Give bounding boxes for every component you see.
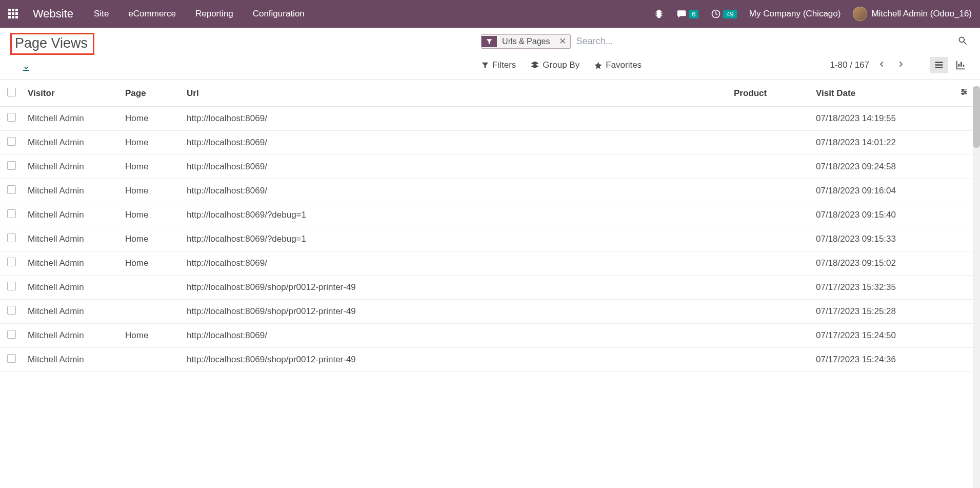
row-checkbox[interactable] [7,282,16,290]
cell-url: http://localhost:8069/shop/pr0012-printe… [182,348,729,372]
svg-rect-6 [8,16,11,18]
table-row[interactable]: Mitchell AdminHomehttp://localhost:8069/… [0,179,980,203]
pager-prev[interactable] [876,58,888,72]
cell-page: Home [120,107,182,131]
cell-page: Home [120,227,182,251]
cell-date: 07/17/2023 15:25:28 [811,300,954,324]
activities-badge: 49 [723,10,736,18]
svg-rect-7 [12,16,14,18]
row-checkbox[interactable] [7,354,16,363]
table-row[interactable]: Mitchell AdminHomehttp://localhost:8069/… [0,324,980,348]
menu-site[interactable]: Site [94,9,109,19]
table-row[interactable]: Mitchell Adminhttp://localhost:8069/shop… [0,300,980,324]
graph-view-button[interactable] [951,57,970,73]
groupby-label: Group By [543,60,579,70]
table-row[interactable]: Mitchell Adminhttp://localhost:8069/shop… [0,276,980,300]
table-row[interactable]: Mitchell AdminHomehttp://localhost:8069/… [0,131,980,155]
svg-line-11 [964,42,967,45]
control-panel: Page Views Urls & Pages ✕ Filters [0,28,980,80]
cell-url: http://localhost:8069/ [182,179,729,203]
search-facet: Urls & Pages ✕ [481,34,571,49]
table-row[interactable]: Mitchell AdminHomehttp://localhost:8069/… [0,203,980,227]
search-input[interactable] [571,33,955,50]
cell-page: Home [120,203,182,227]
row-checkbox[interactable] [7,233,16,242]
cell-visitor: Mitchell Admin [23,179,120,203]
app-brand[interactable]: Website [33,7,73,21]
table-row[interactable]: Mitchell AdminHomehttp://localhost:8069/… [0,155,980,179]
svg-rect-14 [935,67,943,68]
cell-date: 07/18/2023 09:15:40 [811,203,954,227]
avatar-icon [853,7,867,21]
select-all-checkbox[interactable] [7,88,16,96]
col-url[interactable]: Url [182,80,729,107]
navbar-right: 6 49 My Company (Chicago) Mitchell Admin… [654,7,972,21]
favorites-button[interactable]: Favorites [594,60,642,70]
row-checkbox[interactable] [7,185,16,194]
facet-remove[interactable]: ✕ [555,36,570,47]
debug-icon[interactable] [654,9,664,19]
cell-product [729,227,811,251]
apps-icon[interactable] [8,9,18,19]
list-view-button[interactable] [930,57,948,73]
row-checkbox[interactable] [7,209,16,218]
cell-visitor: Mitchell Admin [23,251,120,276]
search-icon[interactable] [955,33,970,49]
cell-visitor: Mitchell Admin [23,107,120,131]
cell-date: 07/18/2023 14:19:55 [811,107,954,131]
table-row[interactable]: Mitchell AdminHomehttp://localhost:8069/… [0,107,980,131]
svg-point-10 [959,37,964,42]
row-checkbox[interactable] [7,113,16,122]
table-row[interactable]: Mitchell AdminHomehttp://localhost:8069/… [0,251,980,276]
list-view: Visitor Page Url Product Visit Date Mitc… [0,80,980,481]
col-page[interactable]: Page [120,80,182,107]
messages-icon[interactable]: 6 [676,9,698,19]
company-selector[interactable]: My Company (Chicago) [749,9,841,19]
cell-product [729,300,811,324]
options-icon[interactable] [959,89,969,99]
menu-reporting[interactable]: Reporting [195,9,233,19]
cell-date: 07/18/2023 14:01:22 [811,131,954,155]
cell-page [120,276,182,300]
svg-rect-13 [935,64,943,66]
cell-page: Home [120,155,182,179]
cell-date: 07/18/2023 09:15:02 [811,251,954,276]
activities-icon[interactable]: 49 [711,9,736,19]
svg-rect-4 [12,12,14,15]
row-checkbox[interactable] [7,137,16,146]
svg-rect-12 [935,62,943,63]
cell-visitor: Mitchell Admin [23,276,120,300]
cell-page: Home [120,179,182,203]
cell-page [120,300,182,324]
menu-ecommerce[interactable]: eCommerce [128,9,176,19]
row-checkbox[interactable] [7,330,16,339]
favorites-label: Favorites [606,60,642,70]
user-menu[interactable]: Mitchell Admin (Odoo_16) [853,7,972,21]
table-row[interactable]: Mitchell AdminHomehttp://localhost:8069/… [0,227,980,251]
groupby-button[interactable]: Group By [530,60,579,70]
table-row[interactable]: Mitchell Adminhttp://localhost:8069/shop… [0,348,980,372]
cell-url: http://localhost:8069/?debug=1 [182,203,729,227]
col-product[interactable]: Product [729,80,811,107]
cell-url: http://localhost:8069/shop/pr0012-printe… [182,276,729,300]
cell-product [729,251,811,276]
cell-visitor: Mitchell Admin [23,348,120,372]
col-visit-date[interactable]: Visit Date [811,80,954,107]
row-checkbox[interactable] [7,161,16,170]
cell-url: http://localhost:8069/shop/pr0012-printe… [182,300,729,324]
download-icon[interactable] [22,63,31,74]
cell-date: 07/18/2023 09:24:58 [811,155,954,179]
svg-rect-2 [15,9,18,11]
main-menu: Site eCommerce Reporting Configuration [94,9,305,19]
cell-page: Home [120,131,182,155]
col-visitor[interactable]: Visitor [23,80,120,107]
scrollbar[interactable] [973,86,980,481]
menu-configuration[interactable]: Configuration [253,9,305,19]
pager-next[interactable] [895,58,906,72]
cell-product [729,131,811,155]
cell-date: 07/17/2023 15:24:36 [811,348,954,372]
filters-button[interactable]: Filters [481,60,516,70]
filters-label: Filters [492,60,516,70]
row-checkbox[interactable] [7,306,16,315]
row-checkbox[interactable] [7,258,16,266]
